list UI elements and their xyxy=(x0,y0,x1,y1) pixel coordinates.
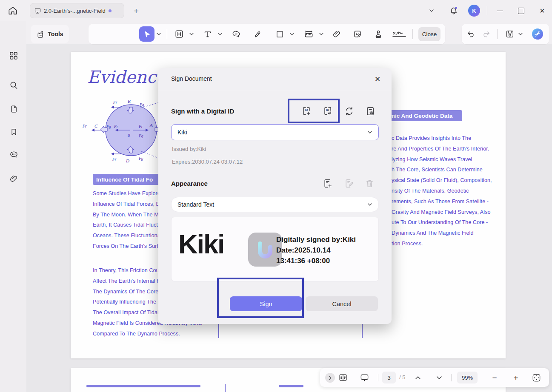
sidebar-item-search[interactable] xyxy=(8,80,19,91)
chevron-down-icon xyxy=(367,131,372,134)
bookmark-icon xyxy=(9,128,18,136)
diagram-label-fg: Fg xyxy=(138,156,143,161)
stamp-icon xyxy=(374,29,383,39)
doc-text-line: rements, Such As Those From Satellite - xyxy=(392,196,492,207)
zoom-level-input[interactable] xyxy=(457,372,478,383)
signature-preview: Kiki Digitally signed by:KikiDate:2025.1… xyxy=(171,217,379,281)
ruler-icon xyxy=(304,29,314,39)
page-layout-button[interactable] xyxy=(338,372,348,383)
chevron-down-icon xyxy=(367,203,372,206)
sidebar-item-thumbnails[interactable] xyxy=(8,50,19,61)
signature-tool-button[interactable] xyxy=(391,26,409,42)
fit-screen-button[interactable] xyxy=(531,372,541,383)
minimize-icon xyxy=(497,11,503,11)
trash-icon xyxy=(364,178,375,189)
comment-bubble-icon xyxy=(9,150,19,160)
home-button[interactable] xyxy=(7,5,18,16)
tools-button[interactable]: Tools xyxy=(31,25,69,43)
titlebar: 2.0-Earth's-...gnetic-Field + K ✕ xyxy=(0,0,552,21)
delete-appearance-button[interactable] xyxy=(362,176,377,190)
maximize-button[interactable] xyxy=(515,5,527,16)
user-avatar[interactable]: K xyxy=(468,5,480,17)
save-button[interactable] xyxy=(502,26,518,42)
measure-tool-dropdown[interactable] xyxy=(319,32,324,36)
new-tab-button[interactable]: + xyxy=(131,6,141,16)
next-page-button[interactable] xyxy=(434,372,444,383)
two-page-view-icon xyxy=(338,373,348,382)
save-icon xyxy=(505,29,515,39)
document-tab[interactable]: 2.0-Earth's-...gnetic-Field xyxy=(30,3,124,18)
doc-text-line: h The Core, Scientists Can Determine xyxy=(392,165,492,175)
diagram-label-d: D xyxy=(126,158,129,163)
refresh-ids-button[interactable] xyxy=(342,104,356,118)
note-add-icon xyxy=(323,178,333,189)
view-id-details-button[interactable] xyxy=(363,104,378,118)
digital-id-select[interactable]: Kiki xyxy=(171,124,379,140)
doc-text-line: ysical State (Solid Or Fluid), Compositi… xyxy=(392,175,492,186)
signature-name: Kiki xyxy=(178,229,224,259)
text-tool-dropdown[interactable] xyxy=(217,32,223,36)
updf-logo-icon xyxy=(254,239,276,261)
maximize-icon xyxy=(518,8,524,14)
comment-tool-button[interactable] xyxy=(229,26,244,42)
doc-text-line: ute To Our Understanding Of The Core - xyxy=(392,217,492,228)
presentation-button[interactable] xyxy=(359,372,369,383)
edit-appearance-button[interactable] xyxy=(342,176,356,190)
sign-document-dialog: Sign Document ✕ Sign with a Digital ID I… xyxy=(158,68,392,324)
text-tool-button[interactable] xyxy=(200,26,215,42)
chevron-down-icon xyxy=(436,376,442,380)
close-tools-button[interactable]: Close xyxy=(418,27,440,41)
minimize-button[interactable] xyxy=(494,5,506,16)
shapes-tool-dropdown[interactable] xyxy=(289,32,295,36)
stamp-tool-button[interactable] xyxy=(371,26,386,42)
page-number-input[interactable] xyxy=(382,372,396,383)
select-tool-dropdown[interactable] xyxy=(156,32,161,36)
undo-icon xyxy=(466,29,475,39)
cursor-icon xyxy=(143,30,151,38)
tab-list-dropdown[interactable] xyxy=(429,9,434,12)
highlighter-tool-button[interactable] xyxy=(250,26,266,42)
collapse-bar-button[interactable] xyxy=(325,373,335,383)
status-bar: / 5 − + xyxy=(320,368,549,387)
undo-button[interactable] xyxy=(463,26,478,42)
shapes-tool-button[interactable] xyxy=(272,26,287,42)
close-icon: ✕ xyxy=(375,75,380,84)
sticker-icon xyxy=(353,29,362,39)
save-dropdown[interactable] xyxy=(518,32,523,36)
measure-tool-button[interactable] xyxy=(301,26,316,42)
chevron-right-icon xyxy=(328,375,332,381)
notifications-button[interactable] xyxy=(448,5,459,16)
cancel-button[interactable]: Cancel xyxy=(306,296,378,311)
next-page-heading-bar xyxy=(279,385,303,387)
close-window-button[interactable]: ✕ xyxy=(536,5,548,16)
diagram-label-fr: Fr xyxy=(113,100,117,105)
sidebar-item-comments[interactable] xyxy=(8,149,19,160)
zoom-in-button[interactable]: + xyxy=(511,372,521,383)
sticker-tool-button[interactable] xyxy=(350,26,365,42)
chevron-down-icon xyxy=(217,32,223,36)
chevron-up-icon xyxy=(415,376,421,380)
zoom-out-button[interactable]: − xyxy=(489,372,500,383)
add-appearance-button[interactable] xyxy=(320,176,335,190)
monitor-icon xyxy=(34,8,41,14)
square-icon xyxy=(275,30,284,39)
appearance-select[interactable]: Standard Text xyxy=(171,197,379,212)
sidebar-item-pages[interactable] xyxy=(8,103,19,114)
paperclip-icon xyxy=(9,174,18,183)
signature-detail-line: Date:2025.10.14 xyxy=(276,245,356,256)
previous-page-button[interactable] xyxy=(413,372,423,383)
redo-button[interactable] xyxy=(479,26,494,42)
id-buttons-highlight-box xyxy=(288,99,340,123)
ai-assistant-button[interactable] xyxy=(532,28,543,40)
sidebar-item-bookmarks[interactable] xyxy=(8,126,19,137)
dialog-close-button[interactable]: ✕ xyxy=(371,73,384,85)
heading-tool-button[interactable] xyxy=(172,26,187,42)
id-card-eye-icon xyxy=(365,106,376,116)
doc-text-line: Forces On The Earth's Surfac xyxy=(93,241,166,252)
right-section-heading: mic And Geodetic Data xyxy=(386,110,462,121)
heading-tool-dropdown[interactable] xyxy=(189,32,194,36)
sidebar xyxy=(0,21,26,392)
attachment-tool-button[interactable] xyxy=(329,26,344,42)
select-tool-button[interactable] xyxy=(139,26,154,42)
sidebar-item-attachments[interactable] xyxy=(8,173,19,184)
